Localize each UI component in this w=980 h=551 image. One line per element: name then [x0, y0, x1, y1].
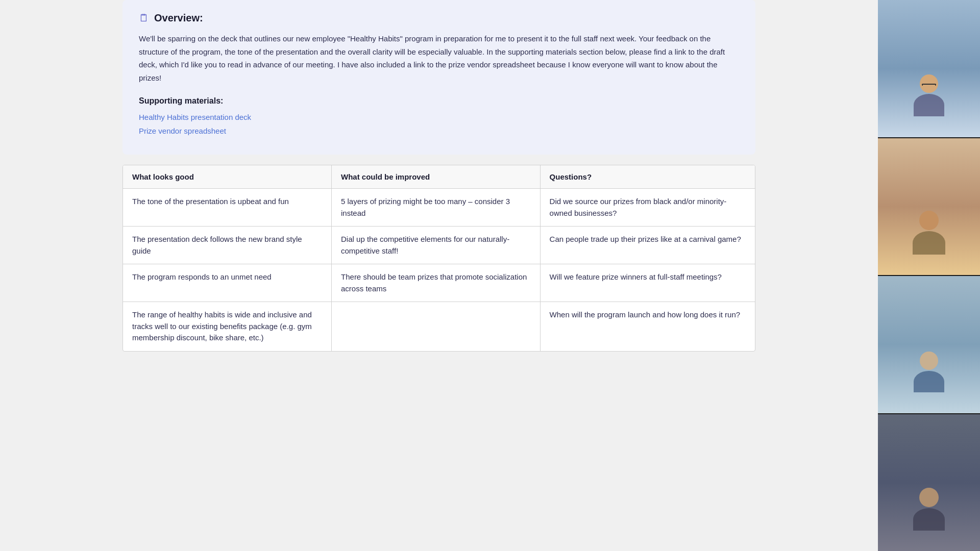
col-header-questions: Questions? [540, 165, 755, 189]
cell-good: The tone of the presentation is upbeat a… [123, 189, 332, 227]
cell-improve: Dial up the competitive elements for our… [332, 227, 541, 264]
table-row: The presentation deck follows the new br… [123, 227, 755, 264]
cell-good: The range of healthy habits is wide and … [123, 302, 332, 351]
video-panel [878, 0, 980, 551]
cell-improve: 5 layers of prizing might be too many – … [332, 189, 541, 227]
video-tile-4 [878, 414, 980, 552]
supporting-title: Supporting materials: [139, 96, 739, 106]
overview-box: 🗒 Overview: We'll be sparring on the dec… [122, 0, 755, 155]
cell-questions: Can people trade up their prizes like at… [540, 227, 755, 264]
table-row: The program responds to an unmet needThe… [123, 264, 755, 302]
table-row: The range of healthy habits is wide and … [123, 302, 755, 351]
col-header-improve: What could be improved [332, 165, 541, 189]
cell-good: The program responds to an unmet need [123, 264, 332, 302]
feedback-table-container: What looks good What could be improved Q… [122, 165, 755, 352]
video-tile-3 [878, 276, 980, 413]
prize-vendor-link[interactable]: Prize vendor spreadsheet [139, 127, 739, 135]
table-row: The tone of the presentation is upbeat a… [123, 189, 755, 227]
supporting-materials: Supporting materials: Healthy Habits pre… [139, 96, 739, 135]
cell-improve: There should be team prizes that promote… [332, 264, 541, 302]
cell-questions: Will we feature prize winners at full-st… [540, 264, 755, 302]
table-header-row: What looks good What could be improved Q… [123, 165, 755, 189]
overview-header: 🗒 Overview: [139, 12, 739, 24]
overview-title: Overview: [154, 12, 203, 24]
cell-questions: When will the program launch and how lon… [540, 302, 755, 351]
cell-questions: Did we source our prizes from black and/… [540, 189, 755, 227]
cell-improve [332, 302, 541, 351]
video-tile-2 [878, 138, 980, 276]
healthy-habits-link[interactable]: Healthy Habits presentation deck [139, 113, 739, 121]
feedback-table: What looks good What could be improved Q… [123, 165, 755, 351]
cell-good: The presentation deck follows the new br… [123, 227, 332, 264]
video-tile-1 [878, 0, 980, 137]
main-content: 🗒 Overview: We'll be sparring on the dec… [0, 0, 878, 551]
overview-body: We'll be sparring on the deck that outli… [139, 32, 739, 84]
overview-icon: 🗒 [139, 12, 149, 24]
col-header-good: What looks good [123, 165, 332, 189]
